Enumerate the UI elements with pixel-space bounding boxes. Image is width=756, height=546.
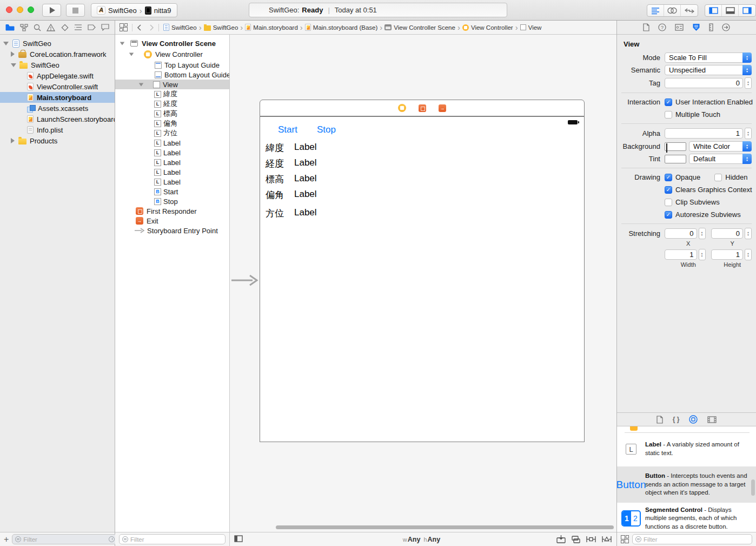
stretch-y-field[interactable]: 0 [711,228,744,239]
utilities-panel-button[interactable] [739,5,755,16]
tag-field[interactable]: 0 [665,78,743,88]
connections-inspector-tab[interactable] [722,23,730,31]
tint-color-well[interactable] [665,155,686,163]
report-navigator-tab[interactable] [101,24,109,31]
stop-button[interactable]: Stop [317,124,336,135]
file-inspector-tab[interactable] [643,23,649,31]
debug-area-button[interactable] [722,5,739,16]
update-frames-button[interactable] [556,535,566,544]
library-item-segmented-control[interactable]: 12 Segmented Control - Displays multiple… [617,504,756,532]
outline-row-label[interactable]: L経度 [115,99,229,109]
clears-graphics-context-checkbox[interactable] [665,186,672,194]
storyboard-entry-arrow[interactable] [231,274,260,286]
outline-scene-row[interactable]: View Controller Scene [115,38,229,48]
field-name-label[interactable]: 方位 [266,207,294,220]
outline-row-bottom-layout-guide[interactable]: Bottom Layout Guide [115,70,229,80]
resolve-autolayout-button[interactable] [601,535,612,544]
outline-row-exit[interactable]: Exit [115,216,229,226]
outline-row-label[interactable]: LLabel [115,157,229,167]
field-name-label[interactable]: 偏角 [266,189,294,201]
breadcrumb-project[interactable]: SwiftGeo [163,24,197,31]
issue-navigator-tab[interactable] [47,24,55,31]
file-row-swift[interactable]: ViewController.swift [0,81,115,92]
canvas-row[interactable]: 標高Label [266,173,317,186]
size-inspector-tab[interactable] [709,23,713,31]
library-item-button[interactable]: Button Button - Intercepts touch events … [617,466,756,503]
outline-row-first-responder[interactable]: First Responder [115,206,229,216]
outline-row-entry-point[interactable]: Storyboard Entry Point [115,226,229,235]
value-label[interactable]: Label [294,207,317,220]
run-button[interactable] [42,4,61,17]
field-name-label[interactable]: 標高 [266,173,294,186]
stop-button[interactable] [66,4,85,17]
add-constraints-button[interactable] [586,535,596,544]
test-navigator-tab[interactable] [61,24,69,31]
file-row-products[interactable]: Products [0,135,115,146]
canvas-row[interactable]: 緯度Label [266,142,317,154]
user-interaction-checkbox[interactable] [665,98,672,106]
disclosure-open-icon[interactable] [11,63,16,67]
value-label[interactable]: Label [294,189,317,201]
back-icon[interactable] [137,24,141,31]
tint-dropdown[interactable]: Default [689,154,752,164]
width-class-value[interactable]: Any [408,536,421,543]
breadcrumb-view-controller[interactable]: View Controller [462,24,513,31]
disclosure-open-icon[interactable] [139,83,144,86]
file-row-project[interactable]: SwiftGeo [0,38,115,49]
related-items-icon[interactable] [120,23,128,31]
mode-dropdown[interactable]: Scale To Fill [665,52,752,63]
file-row-plist[interactable]: Info.plist [0,124,115,135]
identity-inspector-tab[interactable] [675,24,684,31]
alpha-stepper[interactable] [745,128,752,139]
horizontal-scrollbar[interactable] [276,525,614,529]
outline-row-view[interactable]: View [115,80,229,89]
disclosure-open-icon[interactable] [129,52,134,56]
alpha-field[interactable]: 1 [665,128,743,139]
background-dropdown[interactable]: White Color [689,141,752,152]
stretch-height-stepper[interactable] [745,249,752,260]
disclosure-closed-icon[interactable] [11,138,15,143]
field-name-label[interactable]: 緯度 [266,142,294,154]
library-filter[interactable] [632,534,752,544]
value-label[interactable]: Label [294,173,317,186]
scheme-selector[interactable]: SwiftGeo nitta9 [91,3,177,17]
tag-stepper[interactable] [745,77,752,89]
view-controller-icon[interactable] [398,104,406,112]
project-navigator-tab[interactable] [5,24,15,31]
disclosure-open-icon[interactable] [3,42,9,45]
outline-row-label[interactable]: L方位 [115,128,229,138]
outline-filter[interactable] [119,534,226,544]
canvas-row[interactable]: 方位Label [266,207,317,220]
breadcrumb-storyboard-base[interactable]: Main.storyboard (Base) [305,24,378,31]
value-label[interactable]: Label [294,157,317,170]
stretch-height-field[interactable]: 1 [711,249,744,260]
library-filter-input[interactable] [644,536,749,543]
outline-filter-input[interactable] [130,536,222,543]
object-library-tab[interactable] [689,415,698,424]
start-button[interactable]: Start [278,124,297,135]
stretch-x-field[interactable]: 0 [665,228,697,239]
navigator-panel-button[interactable] [705,5,722,16]
file-row-storyboard[interactable]: LaunchScreen.storyboard [0,114,115,124]
disclosure-closed-icon[interactable] [11,51,15,57]
standard-editor-button[interactable] [647,5,664,16]
disclosure-open-icon[interactable] [120,42,125,45]
recent-files-icon[interactable] [109,536,115,542]
embed-in-stack-button[interactable] [571,535,581,544]
version-editor-button[interactable] [681,5,698,16]
attributes-inspector-tab[interactable] [692,23,700,31]
file-row-group[interactable]: SwiftGeo [0,60,115,70]
first-responder-icon[interactable] [419,104,426,112]
outline-row-button[interactable]: BStop [115,196,229,206]
background-color-well[interactable] [665,142,686,151]
close-button[interactable] [6,6,12,13]
breakpoint-navigator-tab[interactable] [88,24,96,31]
outline-toggle-button[interactable] [234,535,243,542]
add-button[interactable]: + [4,535,9,544]
view-controller-view[interactable]: Start Stop 緯度Label 経度Label 標高Label 偏角Lab… [260,116,585,442]
outline-row-label[interactable]: L標高 [115,109,229,119]
outline-row-button[interactable]: BStart [115,187,229,196]
semantic-dropdown[interactable]: Unspecified [665,65,752,75]
outline-row-label[interactable]: LLabel [115,167,229,177]
code-snippet-library-tab[interactable]: { } [673,416,680,423]
